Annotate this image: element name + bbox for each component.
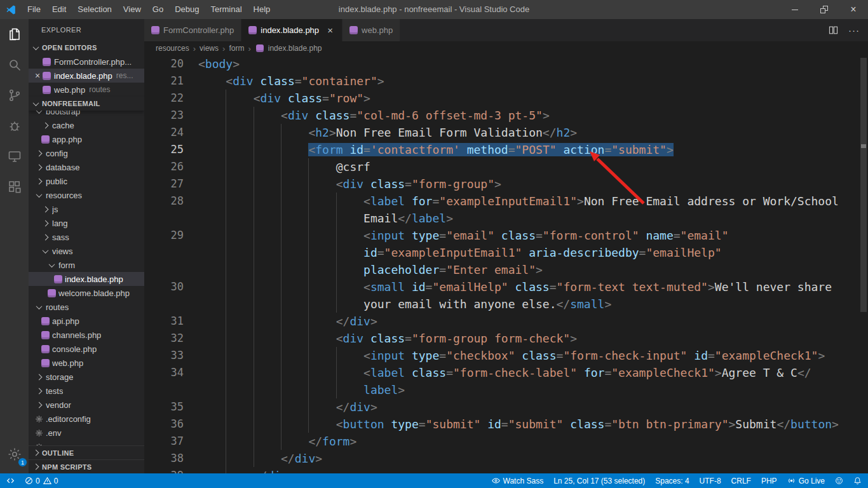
tree-file-index.blade.php[interactable]: index.blade.php — [29, 272, 144, 286]
feedback-smiley-icon[interactable] — [834, 473, 844, 488]
tree-file-api.php[interactable]: api.php — [29, 314, 144, 328]
code-line-25[interactable]: 25<form id='contactform' method="POST" a… — [144, 141, 868, 158]
breadcrumb-item-index.blade.php[interactable]: index.blade.php — [267, 44, 323, 53]
tree-file-.editorconfig[interactable]: .editorconfig — [29, 412, 144, 426]
open-editor-item[interactable]: FormController.php... — [29, 55, 144, 69]
activity-remote-explorer-button[interactable] — [0, 141, 29, 172]
line-number[interactable]: 34 — [144, 364, 184, 381]
tree-folder-storage[interactable]: storage — [29, 370, 144, 384]
tab-close-icon[interactable]: × — [325, 25, 335, 36]
code-line-wrap[interactable]: label> — [144, 381, 868, 398]
line-number[interactable]: 31 — [144, 313, 184, 330]
line-number[interactable]: 36 — [144, 416, 184, 433]
code-line-30[interactable]: 30<small id="emailHelp" class="form-text… — [144, 278, 868, 295]
project-section-header[interactable]: NONFREEEMAIL — [29, 97, 144, 111]
menu-item-view[interactable]: View — [118, 0, 147, 19]
open-editors-header[interactable]: OPEN EDITORS — [29, 41, 144, 55]
breadcrumb-item-views[interactable]: views — [198, 44, 220, 53]
code-editor[interactable]: 20<body>21<div class="container">22<div … — [144, 55, 868, 473]
line-number[interactable]: 37 — [144, 433, 184, 450]
menu-item-edit[interactable]: Edit — [46, 0, 72, 19]
menu-item-debug[interactable]: Debug — [169, 0, 205, 19]
tab-web.php[interactable]: web.php — [342, 19, 400, 41]
tree-file-.env[interactable]: .env — [29, 426, 144, 440]
minimize-button[interactable] — [780, 0, 810, 19]
statusbar-cursor-position[interactable]: Ln 25, Col 17 (53 selected) — [552, 473, 646, 488]
code-line-38[interactable]: 38</div> — [144, 450, 868, 467]
tree-folder-lang[interactable]: lang — [29, 216, 144, 230]
code-line-34[interactable]: 34<label class="form-check-label" for="e… — [144, 364, 868, 381]
activity-explorer-button[interactable] — [0, 19, 29, 50]
more-actions-icon[interactable]: ··· — [848, 25, 860, 36]
tree-folder-cache[interactable]: cache — [29, 118, 144, 132]
menu-item-go[interactable]: Go — [147, 0, 169, 19]
code-line-33[interactable]: 33<input type="checkbox" class="form-che… — [144, 347, 868, 364]
line-number[interactable]: 39 — [144, 467, 184, 473]
menu-item-file[interactable]: File — [22, 0, 46, 19]
line-number[interactable]: 38 — [144, 450, 184, 467]
line-number[interactable] — [144, 381, 184, 398]
code-line-wrap[interactable]: your email with anyone else.</small> — [144, 295, 868, 313]
line-number[interactable] — [144, 295, 184, 313]
statusbar-go-live[interactable]: Go Live — [786, 473, 826, 488]
code-line-27[interactable]: 27<div class="form-group"> — [144, 175, 868, 193]
code-line-wrap[interactable]: id="exampleInputEmail1" aria-describedby… — [144, 244, 868, 261]
code-line-36[interactable]: 36<button type="submit" id="submit" clas… — [144, 416, 868, 433]
tree-folder-tests[interactable]: tests — [29, 384, 144, 398]
scrollbar-thumb[interactable] — [860, 58, 867, 312]
tree-folder-form[interactable]: form — [29, 258, 144, 272]
outline-header[interactable]: OUTLINE — [29, 445, 144, 459]
close-button[interactable]: × — [839, 0, 868, 19]
tree-file-console.php[interactable]: console.php — [29, 342, 144, 356]
statusbar-watch-sass[interactable]: Watch Sass — [491, 473, 545, 488]
remote-indicator[interactable] — [5, 473, 16, 488]
statusbar-language-mode[interactable]: PHP — [760, 473, 778, 488]
line-number[interactable] — [144, 244, 184, 261]
menu-item-selection[interactable]: Selection — [72, 0, 117, 19]
activity-source-control-button[interactable] — [0, 80, 29, 111]
code-line-wrap[interactable]: placeholder="Enter email"> — [144, 261, 868, 278]
npm-scripts-header[interactable]: NPM SCRIPTS — [29, 459, 144, 473]
activity-debug-button[interactable] — [0, 111, 29, 141]
line-number[interactable]: 27 — [144, 175, 184, 193]
line-number[interactable]: 24 — [144, 124, 184, 141]
tree-folder-routes[interactable]: routes — [29, 300, 144, 314]
code-line-31[interactable]: 31</div> — [144, 313, 868, 330]
code-line-29[interactable]: 29<input type="email" class="form-contro… — [144, 227, 868, 244]
menu-item-help[interactable]: Help — [248, 0, 276, 19]
line-number[interactable]: 28 — [144, 193, 184, 210]
code-line-39[interactable]: 39</div> — [144, 467, 868, 473]
activity-extensions-button[interactable] — [0, 172, 29, 202]
statusbar-encoding[interactable]: UTF-8 — [698, 473, 722, 488]
open-editor-item[interactable]: ×index.blade.phpres... — [29, 69, 144, 83]
code-line-28[interactable]: 28<label for="exampleInputEmail1">Non Fr… — [144, 193, 868, 210]
problems-indicator[interactable]: 00 — [24, 473, 59, 488]
split-editor-icon[interactable] — [828, 25, 839, 36]
code-line-37[interactable]: 37</form> — [144, 433, 868, 450]
line-number[interactable]: 25 — [144, 141, 184, 158]
code-line-22[interactable]: 22<div class="row"> — [144, 90, 868, 107]
tree-file-clipped[interactable] — [29, 440, 144, 445]
code-line-35[interactable]: 35</div> — [144, 398, 868, 416]
menu-item-terminal[interactable]: Terminal — [205, 0, 247, 19]
tree-folder-sass[interactable]: sass — [29, 230, 144, 244]
notifications-bell-icon[interactable] — [852, 473, 863, 488]
line-number[interactable] — [144, 261, 184, 278]
tab-index.blade.php[interactable]: index.blade.php× — [241, 19, 342, 41]
tree-folder-resources[interactable]: resources — [29, 188, 144, 202]
code-line-32[interactable]: 32<div class="form-group form-check"> — [144, 330, 868, 347]
statusbar-indentation[interactable]: Spaces: 4 — [654, 473, 690, 488]
line-number[interactable]: 21 — [144, 72, 184, 90]
breadcrumb-item-form[interactable]: form — [227, 44, 245, 53]
tree-file-web.php[interactable]: web.php — [29, 356, 144, 370]
line-number[interactable] — [144, 210, 184, 227]
tree-file-channels.php[interactable]: channels.php — [29, 328, 144, 342]
tree-folder-views[interactable]: views — [29, 244, 144, 258]
tree-folder-bootstrap[interactable]: bootstrap — [29, 111, 144, 118]
code-line-24[interactable]: 24<h2>Non Free Email Form Validation</h2… — [144, 124, 868, 141]
line-number[interactable]: 30 — [144, 278, 184, 295]
code-line-26[interactable]: 26@csrf — [144, 158, 868, 175]
line-number[interactable]: 23 — [144, 107, 184, 124]
statusbar-eol[interactable]: CRLF — [730, 473, 752, 488]
tree-folder-vendor[interactable]: vendor — [29, 398, 144, 412]
